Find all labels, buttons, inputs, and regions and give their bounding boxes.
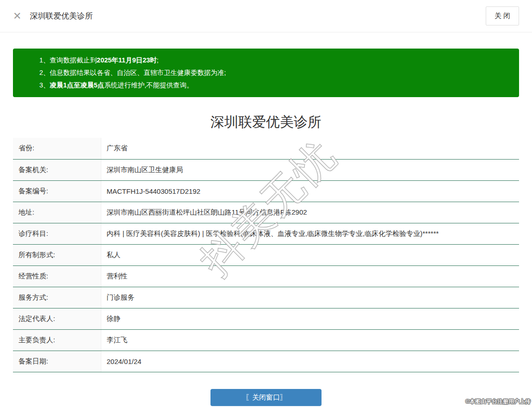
table-row: 经营性质: 营利性 bbox=[13, 265, 519, 287]
row-label: 法定代表人: bbox=[13, 308, 101, 329]
table-row: 备案编号: MACTFH1J-544030517D2192 bbox=[13, 180, 519, 202]
notice-item-post: 系统进行维护,不能提供查询。 bbox=[104, 81, 193, 89]
notice-box: 1、查询数据截止到2025年11月9日23时; 2、信息数据结果以各省、自治区、… bbox=[13, 49, 519, 97]
row-label: 备案机关: bbox=[13, 159, 101, 180]
table-row: 法定代表人: 徐静 bbox=[13, 308, 519, 329]
row-label: 诊疗科目: bbox=[13, 223, 101, 244]
notice-item-number: 2、 bbox=[39, 69, 50, 76]
row-value: 私人 bbox=[101, 244, 519, 265]
table-row: 诊疗科目: 内科 | 医疗美容科(美容皮肤科) | 医学检验科(临床体液、血液专… bbox=[13, 223, 519, 244]
row-label: 服务方式: bbox=[13, 287, 101, 308]
row-value: 李江飞 bbox=[101, 329, 519, 351]
table-row: 所有制形式: 私人 bbox=[13, 244, 519, 265]
notice-item: 2、信息数据结果以各省、自治区、直辖市卫生健康委数据为准; bbox=[39, 67, 510, 79]
copyright-text: ©本图由平台注册用户上传 bbox=[465, 398, 531, 406]
close-window-button[interactable]: 〖关闭窗口〗 bbox=[210, 389, 322, 406]
table-row: 备案机关: 深圳市南山区卫生健康局 bbox=[13, 159, 519, 180]
table-row: 地址: 深圳市南山区西丽街道松坪山社区朗山路11号同方信息港F栋2902 bbox=[13, 202, 519, 223]
row-label: 所有制形式: bbox=[13, 244, 101, 265]
clinic-title: 深圳联爱优美诊所 bbox=[0, 112, 532, 132]
notice-item-post: ; bbox=[157, 56, 159, 64]
row-label: 主要负责人: bbox=[13, 329, 101, 351]
row-label: 备案日期: bbox=[13, 351, 101, 372]
row-label: 省份: bbox=[13, 138, 101, 159]
row-value: MACTFH1J-544030517D2192 bbox=[101, 180, 519, 202]
notice-item-pre: 信息数据结果以各省、自治区、直辖市卫生健康委数据为准; bbox=[50, 69, 226, 76]
notice-item: 1、查询数据截止到2025年11月9日23时; bbox=[39, 54, 510, 67]
row-value: 深圳市南山区卫生健康局 bbox=[101, 159, 519, 180]
row-value: 深圳市南山区西丽街道松坪山社区朗山路11号同方信息港F栋2902 bbox=[101, 202, 519, 223]
row-value: 营利性 bbox=[101, 265, 519, 287]
table-row: 省份: 广东省 bbox=[13, 138, 519, 159]
row-value: 徐静 bbox=[101, 308, 519, 329]
notice-item-bold: 2025年11月9日23时 bbox=[97, 56, 157, 64]
row-value: 门诊服务 bbox=[101, 287, 519, 308]
notice-item-pre: 查询数据截止到 bbox=[50, 56, 97, 64]
close-x-icon[interactable]: ✕ bbox=[13, 11, 21, 21]
header-title: 深圳联爱优美诊所 bbox=[30, 11, 93, 21]
row-value: 广东省 bbox=[101, 138, 519, 159]
row-value: 内科 | 医疗美容科(美容皮肤科) | 医学检验科(临床体液、血液专业,临床微生… bbox=[101, 223, 519, 244]
header: ✕ 深圳联爱优美诊所 关 闭 bbox=[0, 0, 532, 32]
table-row: 备案日期: 2024/01/24 bbox=[13, 351, 519, 372]
notice-item: 3、凌晨1点至凌晨5点系统进行维护,不能提供查询。 bbox=[39, 79, 510, 92]
row-label: 地址: bbox=[13, 202, 101, 223]
close-button[interactable]: 关 闭 bbox=[486, 6, 519, 25]
notice-item-number: 1、 bbox=[39, 56, 50, 64]
footer-bar: 〖关闭窗口〗 bbox=[0, 389, 532, 406]
table-row: 服务方式: 门诊服务 bbox=[13, 287, 519, 308]
table-row: 主要负责人: 李江飞 bbox=[13, 329, 519, 351]
row-label: 备案编号: bbox=[13, 180, 101, 202]
notice-item-number: 3、 bbox=[39, 81, 50, 89]
info-table-body: 省份: 广东省 备案机关: 深圳市南山区卫生健康局 备案编号: MACTFH1J… bbox=[13, 138, 519, 372]
info-table: 省份: 广东省 备案机关: 深圳市南山区卫生健康局 备案编号: MACTFH1J… bbox=[13, 138, 519, 372]
row-label: 经营性质: bbox=[13, 265, 101, 287]
row-value: 2024/01/24 bbox=[101, 351, 519, 372]
notice-item-bold: 凌晨1点至凌晨5点 bbox=[50, 81, 105, 89]
